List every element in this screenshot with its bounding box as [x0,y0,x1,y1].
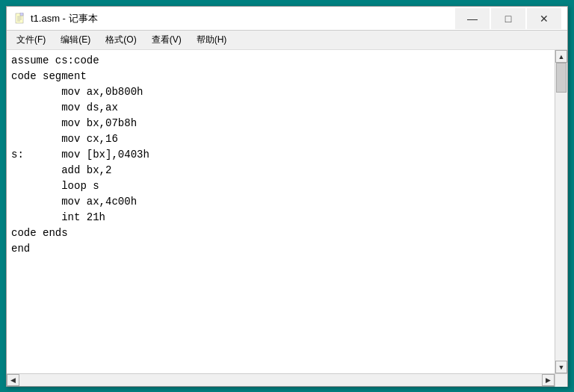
title-bar-left: t1.asm - 记事本 [14,12,98,25]
scroll-track-h[interactable] [19,374,542,386]
horizontal-scrollbar[interactable]: ◀ ▶ [7,374,555,386]
scroll-up-button[interactable]: ▲ [555,50,567,63]
window-title: t1.asm - 记事本 [31,12,98,25]
horizontal-scrollbar-container: ◀ ▶ [7,373,567,386]
main-window: t1.asm - 记事本 — □ ✕ 文件(F) 编辑(E) 格式(O) 查看(… [6,6,568,387]
scroll-down-button[interactable]: ▼ [555,361,567,373]
svg-rect-1 [20,13,23,16]
menu-view[interactable]: 查看(V) [145,31,188,49]
menu-format[interactable]: 格式(O) [99,31,143,49]
scroll-left-button[interactable]: ◀ [7,374,19,386]
scrollbar-corner [555,374,567,387]
scroll-right-button[interactable]: ▶ [542,374,555,386]
menu-bar: 文件(F) 编辑(E) 格式(O) 查看(V) 帮助(H) [7,31,567,50]
text-editor[interactable]: assume cs:code code segment mov ax,0b800… [7,50,555,373]
minimize-button[interactable]: — [455,8,490,29]
app-icon [14,13,26,25]
menu-file[interactable]: 文件(F) [10,31,52,49]
menu-edit[interactable]: 编辑(E) [54,31,97,49]
maximize-button[interactable]: □ [491,8,525,29]
scroll-thumb-v[interactable] [556,63,567,93]
close-button[interactable]: ✕ [527,8,561,29]
content-area: assume cs:code code segment mov ax,0b800… [7,50,567,373]
title-bar: t1.asm - 记事本 — □ ✕ [7,7,567,31]
menu-help[interactable]: 帮助(H) [190,31,234,49]
window-controls: — □ ✕ [455,8,561,29]
scroll-track-v[interactable] [555,63,567,361]
vertical-scrollbar[interactable]: ▲ ▼ [555,50,567,373]
